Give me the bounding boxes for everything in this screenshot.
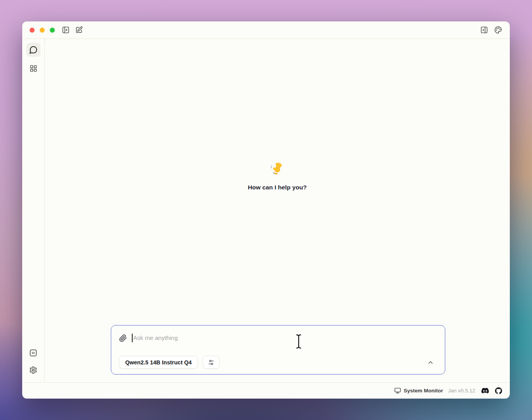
sidebar-item-settings[interactable]: [26, 363, 40, 377]
github-icon: [495, 387, 502, 394]
sliders-icon: [208, 359, 215, 366]
minimize-window-button[interactable]: [40, 28, 45, 33]
square-code-icon: [29, 349, 37, 357]
panel-left-open-icon: [62, 26, 70, 34]
traffic-lights: [30, 28, 55, 33]
sidebar-rail: [22, 39, 45, 382]
gear-icon: [29, 366, 37, 374]
paperclip-attach-icon[interactable]: [119, 334, 127, 342]
edit-pencil-square-icon: [75, 26, 83, 34]
system-monitor-label: System Monitor: [404, 388, 443, 394]
chat-bubble-icon: [29, 46, 38, 54]
theme-button[interactable]: [494, 26, 502, 34]
system-monitor-button[interactable]: System Monitor: [394, 387, 443, 394]
jan-app-window: How can I help you? Qwen2.5 14B Instruct…: [22, 21, 510, 399]
grid-icon: [30, 65, 37, 72]
titlebar: [22, 21, 510, 39]
discord-link[interactable]: [481, 388, 489, 394]
desktop: { "titlebar": { "traffic_lights": { "clo…: [0, 0, 532, 420]
inference-settings-button[interactable]: [203, 356, 220, 369]
new-thread-button[interactable]: [75, 26, 83, 34]
window-content: How can I help you? Qwen2.5 14B Instruct…: [22, 39, 510, 382]
status-bar: System Monitor Jan v0.5.12: [22, 382, 510, 399]
monitor-icon: [394, 387, 401, 394]
sidebar-item-local-api-server[interactable]: [26, 346, 40, 360]
github-link[interactable]: [495, 387, 502, 394]
waving-hand-icon: [270, 161, 284, 175]
zoom-window-button[interactable]: [50, 28, 55, 33]
chevron-up-icon: [427, 359, 434, 366]
composer-toolbar-row: Qwen2.5 14B Instruct Q4: [119, 356, 437, 369]
message-composer: Qwen2.5 14B Instruct Q4: [111, 325, 445, 374]
model-selector-button[interactable]: Qwen2.5 14B Instruct Q4: [119, 356, 198, 369]
palette-icon: [494, 26, 502, 34]
chat-canvas: How can I help you? Qwen2.5 14B Instruct…: [45, 39, 510, 382]
composer-input-row: [119, 332, 437, 343]
toggle-right-panel-button[interactable]: [480, 26, 488, 34]
close-window-button[interactable]: [30, 28, 35, 33]
app-version-label: Jan v0.5.12: [448, 388, 475, 394]
discord-icon: [481, 388, 489, 394]
toggle-left-panel-button[interactable]: [62, 26, 70, 34]
collapse-composer-button[interactable]: [427, 359, 434, 366]
message-input[interactable]: [133, 334, 438, 341]
greeting-text: How can I help you?: [248, 184, 307, 191]
sidebar-item-hub[interactable]: [26, 61, 40, 75]
panel-right-open-icon: [480, 26, 488, 34]
empty-state-greeting: How can I help you?: [45, 161, 510, 191]
sidebar-item-threads[interactable]: [26, 43, 40, 57]
text-caret: [132, 334, 133, 342]
